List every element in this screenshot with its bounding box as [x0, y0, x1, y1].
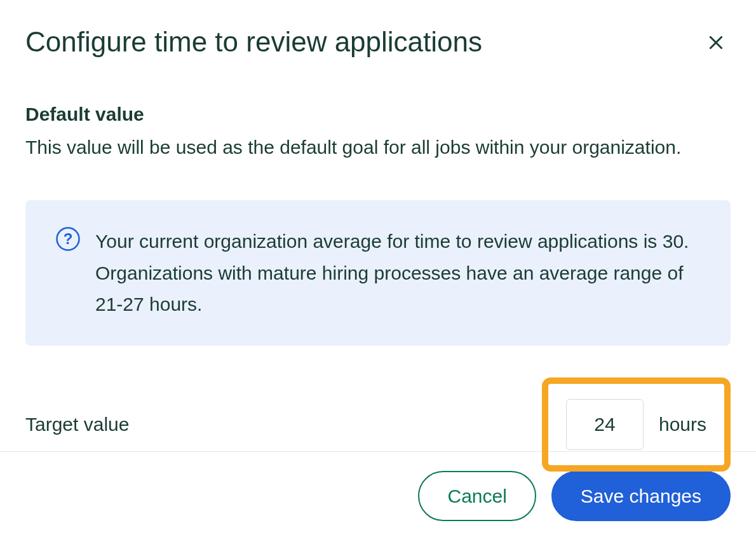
section-heading: Default value [25, 104, 731, 125]
target-value-label: Target value [25, 414, 129, 435]
target-highlight-box: hours [542, 377, 731, 472]
modal-title: Configure time to review applications [25, 25, 482, 59]
close-icon [706, 33, 726, 52]
help-icon: ? [56, 227, 80, 251]
info-text: Your current organization average for ti… [95, 226, 700, 320]
modal-header: Configure time to review applications [25, 25, 731, 59]
svg-text:?: ? [64, 230, 73, 247]
close-button[interactable] [701, 28, 731, 57]
target-unit-label: hours [659, 414, 706, 435]
modal-container: Configure time to review applications De… [0, 0, 756, 451]
save-button[interactable]: Save changes [551, 471, 731, 521]
target-row: Target value hours [25, 377, 731, 472]
info-box: ? Your current organization average for … [25, 200, 731, 346]
cancel-button[interactable]: Cancel [418, 471, 536, 521]
target-value-input[interactable] [566, 399, 644, 450]
section-description: This value will be used as the default g… [25, 133, 731, 163]
